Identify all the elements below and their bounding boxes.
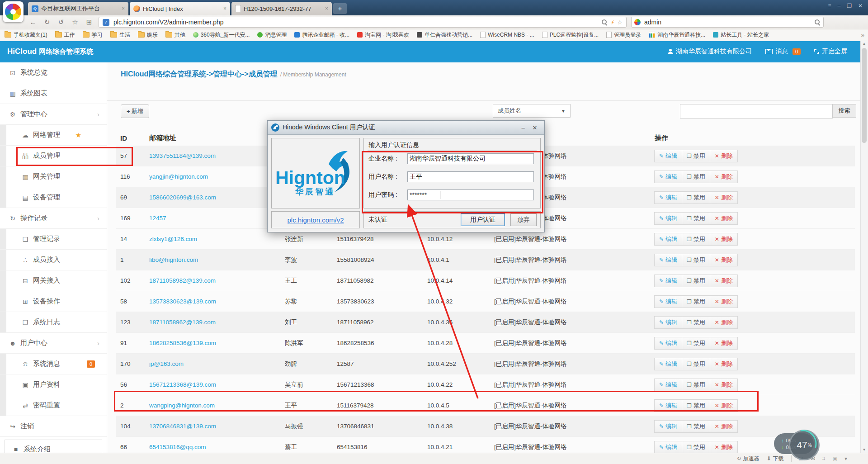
bookmarks-overflow-icon[interactable]: » <box>861 32 864 38</box>
sidebar-item-logout[interactable]: ↪注销 <box>0 416 107 437</box>
sidebar-item-log[interactable]: ❐系统日志 <box>0 312 107 333</box>
bookmark-item[interactable]: WiseCRM NBS - ... <box>480 32 534 38</box>
edit-button[interactable]: ✎编辑 <box>654 337 682 350</box>
disable-button[interactable]: ❐禁用 <box>682 316 710 329</box>
client-portal-link[interactable]: plc.hignton.com/v2 <box>287 216 344 224</box>
disable-button[interactable]: ❐禁用 <box>682 170 710 183</box>
sidebar-item-chart[interactable]: ▥系统图表 <box>0 83 107 104</box>
edit-button[interactable]: ✎编辑 <box>654 170 682 183</box>
disable-button[interactable]: ❐禁用 <box>682 212 710 225</box>
disable-button[interactable]: ❐禁用 <box>682 358 710 370</box>
undo-icon[interactable]: ↺ <box>57 18 65 26</box>
email-link[interactable]: 12457 <box>149 215 166 222</box>
bookmark-item[interactable]: 其他 <box>165 31 185 39</box>
email-link[interactable]: 654153816@qq.com <box>149 444 206 450</box>
sidebar-item-calendar[interactable]: ▤设备管理 <box>0 187 107 208</box>
email-link[interactable]: zlxlsy1@126.com <box>149 236 197 242</box>
edit-button[interactable]: ✎编辑 <box>654 233 682 246</box>
delete-button[interactable]: ✕删除 <box>710 399 738 412</box>
disable-button[interactable]: ❐禁用 <box>682 275 710 287</box>
dialog-minimize-icon[interactable]: – <box>517 124 529 131</box>
sidebar-item-gears[interactable]: ⚙管理中心› <box>0 104 107 125</box>
edit-button[interactable]: ✎编辑 <box>654 399 682 412</box>
delete-button[interactable]: ✕删除 <box>710 150 738 162</box>
edit-button[interactable]: ✎编辑 <box>654 150 682 162</box>
favorite-star-icon[interactable]: ☆ <box>71 18 79 26</box>
edit-button[interactable]: ✎编辑 <box>654 358 682 370</box>
scroll-up-icon[interactable]: ▲ <box>861 41 868 47</box>
email-link[interactable]: 13937551184@139.com <box>149 152 216 159</box>
email-link[interactable]: yangjin@hignton.com <box>149 173 208 180</box>
delete-button[interactable]: ✕删除 <box>710 254 738 266</box>
email-link[interactable]: 15671213368@139.com <box>149 381 216 388</box>
delete-button[interactable]: ✕删除 <box>710 275 738 287</box>
status-tools-icon[interactable]: ⌗ <box>822 455 826 462</box>
browser-tab[interactable]: H120-1509-1617-2932-77× <box>231 2 332 15</box>
bookmark-item[interactable]: 湖南华辰智通科技... <box>649 31 705 39</box>
edit-button[interactable]: ✎编辑 <box>654 275 682 287</box>
disable-button[interactable]: ❐禁用 <box>682 233 710 246</box>
bookmark-star-icon[interactable]: ☆ <box>617 19 623 26</box>
disable-button[interactable]: ❐禁用 <box>682 150 710 162</box>
search-button[interactable]: 搜索 <box>833 104 856 118</box>
delete-button[interactable]: ✕删除 <box>710 212 738 225</box>
sidebar-item-plus[interactable]: ⊞设备操作 <box>0 291 107 312</box>
browser-logo[interactable] <box>3 1 24 22</box>
disable-button[interactable]: ❐禁用 <box>682 337 710 350</box>
bookmark-item[interactable]: 站长工具 - 站长之家 <box>713 31 769 39</box>
quick-search-input[interactable] <box>643 18 814 26</box>
edit-button[interactable]: ✎编辑 <box>654 379 682 391</box>
delete-button[interactable]: ✕删除 <box>710 379 738 391</box>
dialog-close-icon[interactable]: ✕ <box>529 124 541 131</box>
accelerator-button[interactable]: ↻ 加速器 <box>736 455 759 463</box>
fullscreen-toggle[interactable]: 开启全屏 <box>814 47 847 56</box>
bookmark-item[interactable]: 单仁合强移动营销... <box>417 31 472 39</box>
status-find-icon[interactable]: ◎ <box>832 455 837 462</box>
sidebar-item-share[interactable]: ∴成员接入 <box>0 250 107 270</box>
browser-tab[interactable]: 今今目标互联网工作平台× <box>28 2 128 15</box>
tab-close-icon[interactable]: × <box>223 5 226 12</box>
edit-button[interactable]: ✎编辑 <box>654 441 682 454</box>
sidebar-item-desktop[interactable]: ⊡系统总览 <box>0 62 107 83</box>
email-link[interactable]: 18711058962@139.com <box>149 319 216 326</box>
disable-button[interactable]: ❐禁用 <box>682 191 710 204</box>
zoom-icon[interactable] <box>601 19 608 25</box>
sidebar-item-bell[interactable]: ⍾系统消息0 <box>0 354 107 374</box>
email-link[interactable]: 13706846831@139.com <box>149 423 216 430</box>
authenticate-button[interactable]: 用户认证 <box>461 213 505 226</box>
company-account[interactable]: 湖南华辰智通科技有限公司 <box>668 47 752 56</box>
url-input[interactable] <box>113 18 601 26</box>
bookmark-item[interactable]: 淘宝网 - 淘!我喜欢 <box>357 31 409 39</box>
member-search-input[interactable] <box>680 104 833 118</box>
disable-button[interactable]: ❐禁用 <box>682 420 710 433</box>
text-input[interactable] <box>407 171 534 182</box>
disable-button[interactable]: ❐禁用 <box>682 441 710 454</box>
quick-search-box[interactable] <box>631 17 824 28</box>
close-icon[interactable]: ✕ <box>858 3 863 9</box>
dialog-title-bar[interactable]: Hinode Windows Client 用户认证 – ✕ <box>268 121 544 135</box>
sidebar-item-cloud[interactable]: ☁网络管理★ <box>0 125 107 146</box>
status-more-icon[interactable]: ▾ <box>844 455 847 462</box>
capture-icon[interactable]: ⊞ <box>85 18 93 26</box>
download-button[interactable]: ⬇ 下载 <box>767 455 784 463</box>
refresh-icon[interactable]: ↻ <box>43 18 51 26</box>
email-link[interactable]: libo@hignton.com <box>149 256 198 263</box>
delete-button[interactable]: ✕删除 <box>710 170 738 183</box>
sidebar-item-reset[interactable]: ⇄密码重置 <box>0 395 107 416</box>
sidebar-item-sitemap[interactable]: 品成员管理 <box>0 146 107 166</box>
email-link[interactable]: wangping@hignton.com <box>149 402 215 409</box>
sidebar-item-profile[interactable]: ▣用户资料 <box>0 374 107 395</box>
email-link[interactable]: 18711058982@139.com <box>149 277 216 284</box>
address-bar[interactable]: ✓ ⚡ ☆ <box>99 17 627 28</box>
delete-button[interactable]: ✕删除 <box>710 191 738 204</box>
edit-button[interactable]: ✎编辑 <box>654 295 682 308</box>
email-link[interactable]: 13573830623@139.com <box>149 298 216 305</box>
delete-button[interactable]: ✕删除 <box>710 316 738 329</box>
filter-select[interactable]: 成员姓名 ▼ <box>493 104 571 118</box>
scroll-down-icon[interactable]: ▼ <box>861 447 868 453</box>
delete-button[interactable]: ✕删除 <box>710 337 738 350</box>
delete-button[interactable]: ✕删除 <box>710 233 738 246</box>
sidebar-item-doc[interactable]: ❏管理记录 <box>0 229 107 250</box>
sidebar-item-users[interactable]: ☻用户中心› <box>0 333 107 354</box>
email-link[interactable]: jp@163.com <box>149 360 184 367</box>
